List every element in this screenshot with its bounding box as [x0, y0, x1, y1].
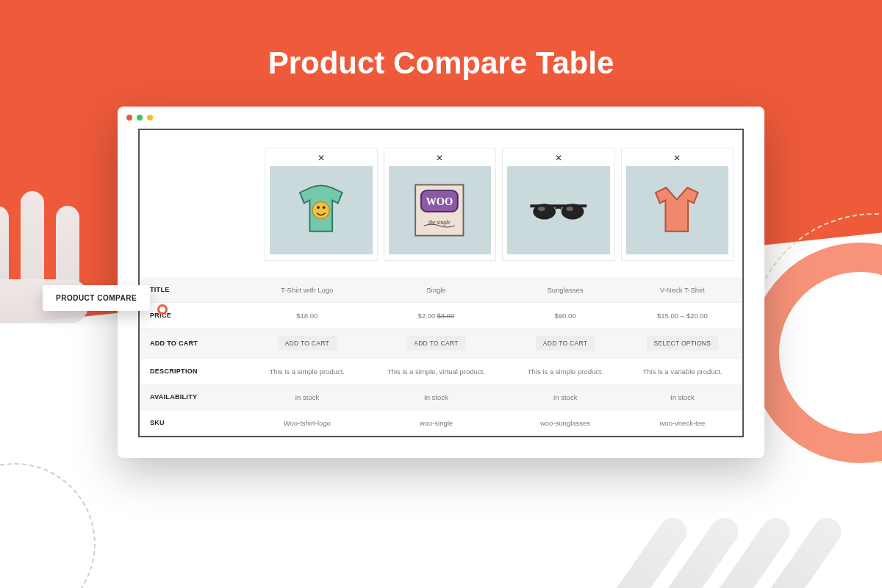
row-desc: DESCRIPTION This is a simple product. Th…: [140, 359, 742, 384]
row-header-add: ADD TO CART: [140, 329, 250, 359]
product-image-sunglasses: [507, 166, 610, 254]
tag-knob: [157, 304, 168, 315]
svg-text:the single: the single: [429, 219, 451, 226]
svg-point-2: [323, 206, 326, 209]
remove-product-icon[interactable]: ✕: [270, 153, 373, 166]
cell-price-3: $15.00 – $20.00: [623, 303, 742, 329]
remove-product-icon[interactable]: ✕: [507, 153, 610, 166]
compare-content: ✕ ✕ WOO the sin: [138, 129, 744, 437]
browser-window: ✕ ✕ WOO the sin: [118, 107, 764, 458]
select-options-button[interactable]: SELECT OPTIONS: [647, 336, 719, 351]
cell-avail-1: In stock: [365, 384, 509, 410]
compare-table: TITLE T-Shirt with Logo Single Sunglasse…: [140, 277, 742, 436]
svg-point-10: [566, 207, 573, 211]
cell-sku-0: Woo-tshirt-logo: [250, 410, 365, 436]
row-header-title: TITLE: [140, 277, 250, 303]
cell-sku-1: woo-single: [365, 410, 509, 436]
cell-title-2: Sunglasses: [508, 277, 623, 303]
add-to-cart-button[interactable]: ADD TO CART: [278, 336, 337, 351]
add-to-cart-button[interactable]: ADD TO CART: [536, 336, 595, 351]
product-card-1: ✕ WOO the single: [384, 148, 497, 261]
product-image-woo-single: WOO the single: [389, 166, 492, 254]
window-titlebar: [118, 107, 764, 129]
row-avail: AVAILABILITY In stock In stock In stock …: [140, 384, 742, 410]
row-header-desc: DESCRIPTION: [140, 359, 250, 384]
cell-price-0: $18.00: [250, 303, 365, 329]
row-header-sku: SKU: [140, 410, 250, 436]
cell-avail-3: In stock: [623, 384, 742, 410]
svg-point-7: [533, 204, 556, 219]
row-add: ADD TO CART ADD TO CART ADD TO CART ADD …: [140, 329, 742, 359]
product-card-0: ✕: [265, 148, 378, 261]
row-title: TITLE T-Shirt with Logo Single Sunglasse…: [140, 277, 742, 303]
dashed-circle-left: [0, 463, 96, 588]
cell-avail-2: In stock: [508, 384, 623, 410]
product-image-tshirt-logo: [270, 166, 373, 254]
svg-point-1: [317, 206, 320, 209]
product-compare-tag: PRODUCT COMPARE: [43, 285, 150, 311]
cell-desc-0: This is a simple product.: [250, 359, 365, 384]
window-zoom-icon[interactable]: [147, 115, 153, 121]
product-image-row: ✕ ✕ WOO the sin: [140, 148, 742, 261]
cell-title-0: T-Shirt with Logo: [250, 277, 365, 303]
blob-bottom: [610, 500, 831, 588]
window-close-icon[interactable]: [126, 115, 132, 121]
product-image-vneck-tshirt: [626, 166, 729, 254]
svg-text:WOO: WOO: [426, 196, 453, 207]
svg-point-8: [562, 204, 584, 219]
page-title: Product Compare Table: [0, 46, 882, 81]
cell-title-1: Single: [365, 277, 509, 303]
remove-product-icon[interactable]: ✕: [626, 153, 729, 166]
cell-avail-0: In stock: [250, 384, 365, 410]
cell-desc-2: This is a simple product.: [508, 359, 623, 384]
cell-price-2: $90.00: [508, 303, 623, 329]
product-card-3: ✕: [621, 148, 734, 261]
add-to-cart-button[interactable]: ADD TO CART: [406, 336, 465, 351]
row-header-avail: AVAILABILITY: [140, 384, 250, 410]
svg-point-0: [312, 201, 329, 218]
remove-product-icon[interactable]: ✕: [389, 153, 492, 166]
cell-title-3: V-Neck T-Shirt: [623, 277, 742, 303]
cell-desc-1: This is a simple, virtual product.: [365, 359, 509, 384]
cell-desc-3: This is a variable product.: [623, 359, 742, 384]
cell-price-1: $2.00$3.00: [365, 303, 509, 329]
svg-point-9: [538, 207, 545, 211]
row-sku: SKU Woo-tshirt-logo woo-single woo-sungl…: [140, 410, 742, 436]
row-price: PRICE $18.00 $2.00$3.00 $90.00 $15.00 – …: [140, 303, 742, 329]
product-card-2: ✕: [502, 148, 615, 261]
cell-sku-3: woo-vneck-tee: [623, 410, 742, 436]
row-header-price: PRICE: [140, 303, 250, 329]
window-minimize-icon[interactable]: [137, 115, 143, 121]
blob-left: [0, 191, 103, 338]
cell-sku-2: woo-sunglasses: [508, 410, 623, 436]
